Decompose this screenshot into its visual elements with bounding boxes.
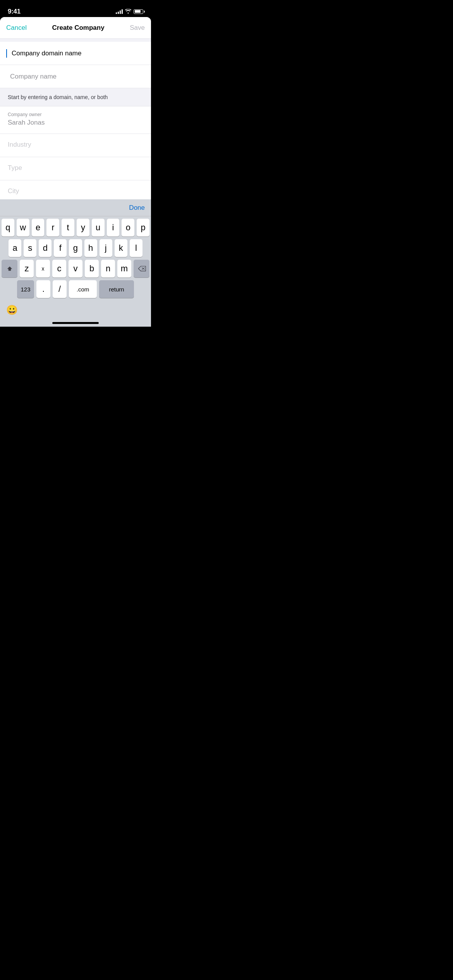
company-domain-field[interactable]: Company domain name: [0, 42, 151, 65]
key-o[interactable]: o: [122, 219, 134, 236]
company-owner-field[interactable]: Company owner Sarah Jonas: [0, 106, 151, 134]
city-field[interactable]: City: [0, 180, 151, 199]
key-d[interactable]: d: [39, 239, 51, 257]
emoji-row: 😀: [0, 301, 151, 319]
company-name-placeholder: Company name: [8, 73, 57, 81]
key-k[interactable]: k: [115, 239, 127, 257]
key-q[interactable]: q: [2, 219, 14, 236]
key-z[interactable]: z: [20, 260, 34, 278]
key-h[interactable]: h: [84, 239, 97, 257]
keyboard-toolbar: Done: [0, 199, 151, 216]
keyboard-row-2: a s d f g h j k l: [2, 239, 149, 257]
industry-field[interactable]: Industry: [0, 134, 151, 157]
page-title: Create Company: [52, 24, 105, 32]
type-placeholder: Type: [8, 164, 22, 171]
key-i[interactable]: i: [107, 219, 120, 236]
form-content: Company domain name Company name Start b…: [0, 39, 151, 199]
create-company-sheet: Cancel Create Company Save Company domai…: [0, 17, 151, 327]
key-m[interactable]: m: [117, 260, 131, 278]
section-spacer: [0, 39, 151, 42]
save-button[interactable]: Save: [130, 24, 145, 32]
return-key[interactable]: return: [99, 280, 134, 298]
key-b[interactable]: b: [85, 260, 99, 278]
type-field[interactable]: Type: [0, 157, 151, 180]
key-c[interactable]: c: [52, 260, 66, 278]
key-v[interactable]: v: [69, 260, 82, 278]
nav-header: Cancel Create Company Save: [0, 17, 151, 39]
key-r[interactable]: r: [46, 219, 59, 236]
key-s[interactable]: s: [24, 239, 36, 257]
company-name-field[interactable]: Company name: [0, 65, 151, 88]
info-banner: Start by entering a domain, name, or bot…: [0, 88, 151, 106]
domain-placeholder: Company domain name: [8, 50, 81, 57]
key-p[interactable]: p: [137, 219, 149, 236]
keyboard-row-4: 123 . / .com return: [2, 280, 149, 298]
status-icons: [116, 9, 143, 15]
key-y[interactable]: y: [77, 219, 89, 236]
owner-label: Company owner: [8, 112, 143, 117]
keyboard-row-1: q w e r t y u i o p: [2, 219, 149, 236]
signal-icon: [116, 9, 123, 14]
home-indicator-area: [0, 319, 151, 327]
key-e[interactable]: e: [32, 219, 45, 236]
period-key[interactable]: .: [36, 280, 50, 298]
status-time: 9:41: [8, 8, 21, 15]
industry-placeholder: Industry: [8, 141, 31, 148]
keyboard-section: Done q w e r t y u i o p: [0, 199, 151, 327]
numbers-key[interactable]: 123: [17, 280, 34, 298]
key-u[interactable]: u: [92, 219, 105, 236]
cancel-button[interactable]: Cancel: [6, 24, 27, 32]
key-a[interactable]: a: [9, 239, 21, 257]
key-w[interactable]: w: [17, 219, 29, 236]
emoji-button[interactable]: 😀: [6, 305, 18, 315]
key-l[interactable]: l: [130, 239, 142, 257]
backspace-key[interactable]: [134, 260, 149, 278]
shift-key[interactable]: [2, 260, 17, 278]
wifi-icon: [125, 9, 131, 15]
key-t[interactable]: t: [62, 219, 74, 236]
slash-key[interactable]: /: [53, 280, 67, 298]
done-button[interactable]: Done: [129, 204, 145, 212]
city-placeholder: City: [8, 187, 19, 195]
dotcom-key[interactable]: .com: [69, 280, 97, 298]
key-g[interactable]: g: [69, 239, 82, 257]
key-j[interactable]: j: [100, 239, 112, 257]
keyboard-row-3: z x c v b n m: [2, 260, 149, 278]
owner-value: Sarah Jonas: [8, 119, 143, 127]
key-n[interactable]: n: [101, 260, 115, 278]
battery-icon: [134, 9, 143, 14]
key-f[interactable]: f: [54, 239, 67, 257]
info-banner-text: Start by entering a domain, name, or bot…: [8, 94, 108, 100]
home-indicator: [52, 322, 99, 324]
keyboard: q w e r t y u i o p a s d f g: [0, 216, 151, 301]
status-bar: 9:41: [0, 0, 151, 18]
key-x[interactable]: x: [36, 260, 50, 278]
